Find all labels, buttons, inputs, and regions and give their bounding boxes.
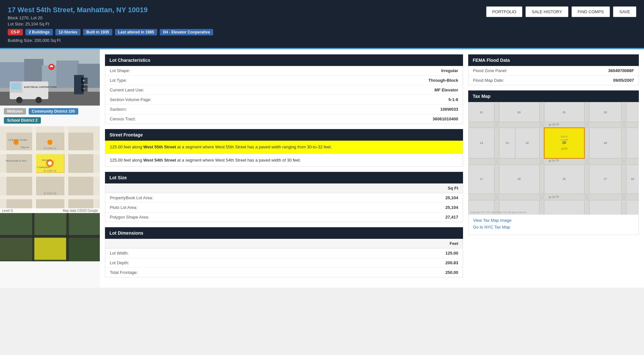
- tax-map-panel: Tax Map: [468, 90, 639, 235]
- total-frontage-label: Total Frontage:: [110, 270, 138, 275]
- svg-text:Michael's: Michael's: [42, 159, 51, 161]
- sanborn-label: Sanborn:: [110, 107, 127, 112]
- svg-rect-59: [68, 237, 100, 260]
- svg-text:Mozzarella & Vino: Mozzarella & Vino: [6, 159, 27, 162]
- flood-map-date-row: Flood Map Date: 09/05/2007: [469, 76, 639, 85]
- sale-history-button[interactable]: SALE HISTORY: [526, 6, 568, 17]
- header: 17 West 54th Street, Manhattan, NY 10019…: [0, 0, 644, 48]
- lot-width-row: Lot Width: 125.00: [105, 248, 463, 258]
- save-button[interactable]: SAVE: [613, 6, 636, 17]
- content-left: Lot Characteristics Lot Shape: Irregular…: [105, 54, 463, 283]
- lot-dimensions-header: Lot Dimensions: [105, 227, 463, 239]
- tag-buildings: 2 Buildings: [25, 29, 53, 35]
- flood-zone-label: Flood Zone Panel:: [473, 68, 507, 73]
- svg-rect-91: [626, 200, 639, 215]
- lot-dimensions-panel: Lot Dimensions Feet Lot Width: 125.00 Lo…: [105, 227, 463, 277]
- lot-characteristics-panel: Lot Characteristics Lot Shape: Irregular…: [105, 54, 463, 124]
- tag-stories: 12-Stories: [55, 29, 80, 35]
- propertybook-row: PropertyBook Lot Area: 25,104: [105, 193, 463, 203]
- portfolio-button[interactable]: PORTFOLIO: [486, 6, 523, 17]
- level-g: Level G: [2, 209, 13, 212]
- lot-depth-label: Lot Depth:: [110, 260, 129, 265]
- midtown-tag[interactable]: Midtown: [4, 108, 26, 115]
- map-footer: Level G Map data ©2020 Google: [0, 208, 100, 213]
- lot-dimensions-body: Feet Lot Width: 125.00 Lot Depth: 200.83…: [105, 239, 463, 277]
- svg-text:25: 25: [563, 111, 566, 114]
- land-use-row: Current Land Use: MF Elevator: [105, 85, 463, 95]
- tag-c5p: C5-P: [8, 29, 23, 35]
- flood-map-date-label: Flood Map Date:: [473, 78, 504, 83]
- propertybook-value: 25,104: [445, 195, 458, 200]
- section-volume-value: 5-1-8: [449, 97, 458, 102]
- svg-rect-38: [0, 195, 100, 199]
- svg-point-12: [35, 97, 42, 103]
- svg-point-45: [48, 161, 52, 165]
- street-frontage-row2: 125.00 feet along West 54th Street at a …: [105, 154, 463, 167]
- lot-characteristics-body: Lot Shape: Irregular Lot Type: Through-B…: [105, 66, 463, 124]
- flood-map-date-value: 09/05/2007: [613, 78, 634, 83]
- svg-text:AM18: AM18: [561, 135, 568, 138]
- lot-depth-value: 200.83: [445, 260, 458, 265]
- svg-text:1270: 1270: [561, 147, 567, 150]
- lot-size-header: Lot Size: [105, 172, 463, 183]
- svg-rect-60: [0, 235, 100, 238]
- svg-rect-54: [0, 213, 32, 236]
- view-tax-map-link[interactable]: View Tax Map image: [473, 218, 634, 223]
- school-district-tag[interactable]: School District 2: [4, 117, 41, 124]
- svg-text:61: 61: [480, 111, 483, 114]
- svg-rect-27: [6, 154, 32, 173]
- svg-text:30: 30: [604, 111, 607, 114]
- street-frontage-header: Street Frontage: [105, 129, 463, 141]
- tag-altered: Last altered in 1985: [115, 29, 157, 35]
- svg-text:ELECTRICAL CONTRACTORS: ELECTRICAL CONTRACTORS: [24, 86, 57, 88]
- tax-map-links: View Tax Map image Go to NYC Tax Map: [468, 215, 639, 235]
- lot-size-column-header: Sq Ft: [105, 183, 463, 193]
- svg-rect-75: [626, 102, 639, 122]
- lot-depth-row: Lot Depth: 200.83: [105, 258, 463, 268]
- svg-rect-81: [626, 128, 639, 158]
- lot-size-col-sqft: Sq Ft: [448, 186, 459, 191]
- header-buttons: PORTFOLIO SALE HISTORY FIND COMPS SAVE: [486, 6, 636, 17]
- tag-built: Built in 1935: [83, 29, 112, 35]
- svg-rect-68: [539, 102, 544, 215]
- street-frontage-body: 125.00 feet along West 55th Street at a …: [105, 141, 463, 167]
- svg-text:+: +: [82, 78, 85, 83]
- svg-rect-26: [68, 133, 93, 150]
- svg-text:14: 14: [480, 141, 483, 145]
- community-district-tag[interactable]: Community District 105: [29, 108, 78, 115]
- svg-text:27: 27: [604, 177, 607, 181]
- aerial-image: [0, 213, 100, 261]
- propertybook-label: PropertyBook Lot Area:: [110, 195, 153, 200]
- svg-rect-13: [11, 83, 21, 89]
- section-volume-row: Section-Volume-Page: 5-1-8: [105, 95, 463, 105]
- lot-width-label: Lot Width:: [110, 251, 129, 256]
- map-image: W 55th St W 54th St W 53rd St La Bonne S…: [0, 126, 100, 213]
- svg-text:W 53rd St: W 53rd St: [43, 192, 57, 195]
- lot-characteristics-header: Lot Characteristics: [105, 54, 463, 66]
- lot-shape-row: Lot Shape: Irregular: [105, 66, 463, 76]
- lot-dim-col-feet: Feet: [450, 241, 458, 246]
- svg-rect-70: [621, 102, 626, 215]
- svg-text:Il Gattopardo: Il Gattopardo: [37, 166, 50, 169]
- property-tags: C5-P 2 Buildings 12-Stories Built in 193…: [8, 29, 636, 35]
- sidebar: ELECTRICAL CONTRACTORS + − Google © 2020…: [0, 49, 100, 288]
- tax-map-image: 61 60 25 30 14 15 16 20 49 17 18 25 27: [468, 102, 639, 215]
- find-comps-button[interactable]: FIND COMPS: [572, 6, 610, 17]
- census-tract-row: Census Tract: 36061010400: [105, 114, 463, 124]
- map-data-footer: Map data ©2020 Google: [63, 209, 98, 212]
- svg-rect-90: [589, 200, 621, 215]
- svg-text:15: 15: [506, 141, 509, 145]
- section-volume-label: Section-Volume-Page:: [110, 97, 151, 102]
- street-frontage-row1: 125.00 feet along West 55th Street at a …: [105, 141, 463, 154]
- svg-rect-62: [67, 213, 69, 261]
- polygon-label: Polygon Shape Area:: [110, 215, 149, 220]
- svg-text:18: 18: [517, 177, 521, 181]
- svg-text:W 54th St: W 54th St: [43, 169, 56, 173]
- svg-text:Copyright 2017 The City of New: Copyright 2017 The City of New York. All…: [470, 211, 527, 214]
- street-frontage-panel: Street Frontage 125.00 feet along West 5…: [105, 129, 463, 167]
- polygon-row: Polygon Shape Area: 27,417: [105, 212, 463, 222]
- nyc-tax-map-link[interactable]: Go to NYC Tax Map: [473, 225, 634, 229]
- svg-rect-57: [0, 237, 32, 260]
- fema-panel: FEMA Flood Data Flood Zone Panel: 360497…: [468, 54, 639, 85]
- svg-rect-36: [0, 150, 100, 154]
